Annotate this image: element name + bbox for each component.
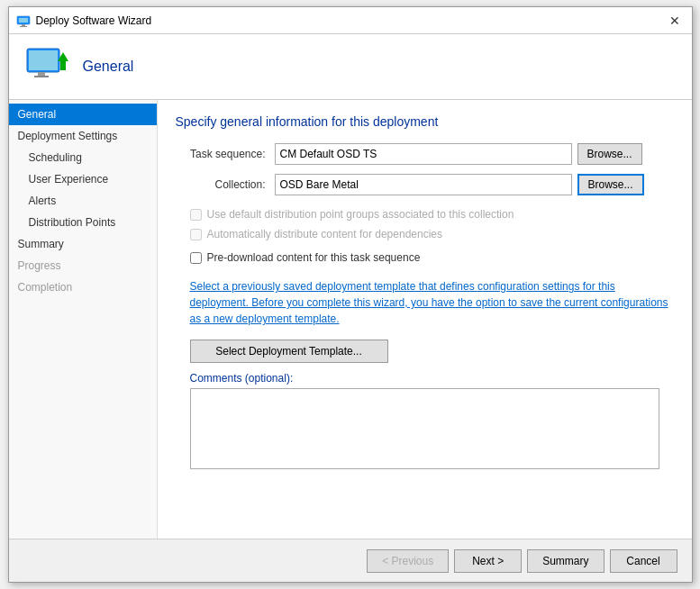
header-area: General <box>9 34 692 100</box>
header-icon <box>23 43 70 90</box>
checkbox-distribution-groups-row: Use default distribution point groups as… <box>176 208 674 221</box>
sidebar: General Deployment Settings Scheduling U… <box>9 100 158 539</box>
sidebar-item-completion: Completion <box>9 276 157 298</box>
close-button[interactable]: ✕ <box>665 11 685 31</box>
sidebar-item-deployment-settings[interactable]: Deployment Settings <box>9 125 157 147</box>
svg-rect-6 <box>38 72 45 76</box>
collection-label: Collection: <box>176 178 275 191</box>
svg-rect-5 <box>29 50 58 70</box>
svg-rect-2 <box>22 24 25 26</box>
sidebar-item-alerts[interactable]: Alerts <box>9 190 157 212</box>
task-sequence-label: Task sequence: <box>176 148 275 160</box>
comments-wrapper <box>190 388 659 524</box>
sidebar-item-distribution-points[interactable]: Distribution Points <box>9 212 157 233</box>
info-text: Select a previously saved deployment tem… <box>190 278 674 327</box>
comments-label: Comments (optional): <box>190 372 674 385</box>
checkbox-predownload-label: Pre-download content for this task seque… <box>207 251 421 264</box>
sidebar-item-progress: Progress <box>9 255 157 276</box>
wizard-icon <box>16 14 31 28</box>
dialog-title: Deploy Software Wizard <box>36 14 152 27</box>
checkbox-predownload-row: Pre-download content for this task seque… <box>176 251 674 264</box>
svg-rect-1 <box>19 18 28 23</box>
header-title: General <box>83 59 134 75</box>
svg-rect-3 <box>20 26 27 27</box>
cancel-button[interactable]: Cancel <box>610 549 677 573</box>
previous-button[interactable]: < Previous <box>367 549 449 573</box>
collection-browse-button[interactable]: Browse... <box>577 174 644 195</box>
sidebar-item-summary[interactable]: Summary <box>9 233 157 255</box>
sidebar-item-user-experience[interactable]: User Experience <box>9 168 157 190</box>
task-sequence-input[interactable] <box>275 143 572 165</box>
info-link[interactable]: current configurations <box>564 296 668 309</box>
panel-title: Specify general information for this dep… <box>176 114 674 129</box>
checkbox-distribute-content-row: Automatically distribute content for dep… <box>176 228 674 240</box>
task-sequence-row: Task sequence: Browse... <box>176 143 674 165</box>
sidebar-item-scheduling[interactable]: Scheduling <box>9 147 157 168</box>
checkbox-distribute-content <box>190 229 202 240</box>
content-area: General Deployment Settings Scheduling U… <box>9 100 692 539</box>
svg-rect-7 <box>34 76 49 77</box>
svg-rect-9 <box>60 61 66 70</box>
checkbox-distribution-groups <box>190 209 202 221</box>
summary-button[interactable]: Summary <box>527 549 604 573</box>
deploy-software-wizard: Deploy Software Wizard ✕ General General… <box>8 6 693 583</box>
footer: < Previous Next > Summary Cancel <box>9 539 692 582</box>
title-bar-left: Deploy Software Wizard <box>16 14 152 28</box>
comments-textarea[interactable] <box>190 388 659 469</box>
checkbox-distribution-groups-label: Use default distribution point groups as… <box>207 208 514 221</box>
main-panel: Specify general information for this dep… <box>158 100 692 539</box>
sidebar-item-general[interactable]: General <box>9 104 157 125</box>
select-deployment-template-button[interactable]: Select Deployment Template... <box>190 340 388 363</box>
collection-input[interactable] <box>275 174 572 195</box>
task-sequence-browse-button[interactable]: Browse... <box>577 143 642 165</box>
next-button[interactable]: Next > <box>454 549 522 573</box>
collection-row: Collection: Browse... <box>176 174 674 195</box>
title-bar: Deploy Software Wizard ✕ <box>9 7 692 34</box>
checkbox-distribute-content-label: Automatically distribute content for dep… <box>207 228 443 240</box>
checkbox-predownload[interactable] <box>190 252 202 264</box>
